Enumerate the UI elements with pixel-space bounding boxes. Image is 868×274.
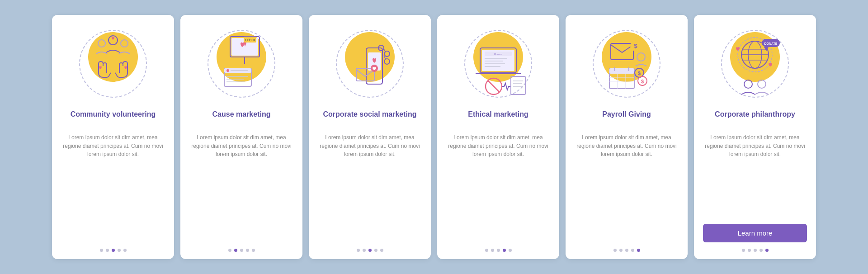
svg-point-63	[744, 80, 752, 88]
dot-4-5	[509, 249, 512, 252]
card-payroll-giving: $ $ $ Payroll Giving	[566, 15, 688, 259]
dots-row-2	[228, 249, 255, 252]
dot-1-5	[123, 249, 127, 252]
dot-1-1	[100, 249, 103, 252]
dot-1-4	[118, 249, 121, 252]
card-title-community-volunteering: Community volunteering	[71, 110, 156, 129]
dot-6-5	[765, 249, 769, 252]
dot-1-3	[112, 249, 115, 252]
learn-more-button[interactable]: Learn more	[703, 224, 807, 242]
illustration-corporate-philanthropy: DONATE	[719, 23, 791, 104]
dot-2-5	[252, 249, 255, 252]
dot-6-4	[760, 249, 763, 252]
card-ethical-marketing: Forum Ethical marketing Lorem ipsum dolo…	[437, 15, 559, 259]
dot-3-3	[368, 249, 372, 252]
card-title-payroll-giving: Payroll Giving	[602, 110, 651, 129]
dot-5-2	[619, 249, 623, 252]
dots-row-5	[613, 249, 640, 252]
svg-point-20	[384, 59, 390, 64]
card-title-cause-marketing: Cause marketing	[212, 110, 271, 129]
svg-point-2	[121, 40, 128, 47]
illustration-payroll-giving: $ $ $	[590, 23, 663, 104]
dots-row-6	[742, 249, 769, 252]
card-text-payroll-giving: Lorem ipsum dolor sit dim amet, mea regi…	[575, 133, 679, 242]
card-text-community-volunteering: Lorem ipsum dolor sit dim amet, mea regi…	[61, 133, 165, 242]
svg-text:DONATE: DONATE	[764, 42, 777, 45]
dot-2-1	[228, 249, 231, 252]
dot-5-5	[637, 249, 640, 252]
dots-row-4	[485, 249, 512, 252]
dot-2-2	[234, 249, 237, 252]
dot-2-3	[240, 249, 243, 252]
dot-5-3	[625, 249, 628, 252]
dot-5-1	[613, 249, 617, 252]
illustration-community-volunteering	[77, 23, 149, 104]
dot-3-4	[374, 249, 377, 252]
card-corporate-philanthropy: DONATE Corporate philanthropy Lorem ipsu…	[694, 15, 816, 259]
dot-4-4	[503, 249, 506, 252]
dot-4-1	[485, 249, 488, 252]
dot-4-3	[497, 249, 500, 252]
card-title-ethical-marketing: Ethical marketing	[468, 110, 528, 129]
dot-3-2	[363, 249, 366, 252]
illustration-cause-marketing: FLYER	[205, 23, 278, 104]
card-text-cause-marketing: Lorem ipsum dolor sit dim amet, mea regi…	[189, 133, 293, 242]
dot-1-2	[106, 249, 109, 252]
svg-rect-34	[511, 76, 525, 94]
card-corporate-social-marketing: Corporate social marketing Lorem ipsum d…	[309, 15, 431, 259]
dot-6-3	[754, 249, 757, 252]
dot-2-4	[246, 249, 249, 252]
dots-row-1	[100, 249, 127, 252]
svg-text:Forum: Forum	[494, 53, 502, 56]
svg-point-1	[98, 40, 105, 47]
svg-point-53	[637, 53, 645, 61]
cards-container: Community volunteering Lorem ipsum dolor…	[38, 2, 830, 272]
svg-text:$: $	[638, 71, 641, 76]
card-text-corporate-social-marketing: Lorem ipsum dolor sit dim amet, mea regi…	[318, 133, 422, 242]
svg-point-64	[758, 80, 766, 88]
illustration-ethical-marketing: Forum	[462, 23, 534, 104]
dot-3-5	[380, 249, 383, 252]
svg-text:FLYER: FLYER	[245, 38, 255, 42]
dot-6-2	[748, 249, 751, 252]
card-text-corporate-philanthropy: Lorem ipsum dolor sit dim amet, mea regi…	[703, 133, 807, 218]
svg-rect-38	[611, 43, 633, 60]
dots-row-3	[357, 249, 383, 252]
card-community-volunteering: Community volunteering Lorem ipsum dolor…	[52, 15, 174, 259]
card-title-corporate-philanthropy: Corporate philanthropy	[715, 110, 795, 129]
illustration-corporate-social-marketing	[334, 23, 406, 104]
dot-4-2	[491, 249, 494, 252]
card-cause-marketing: FLYER Cause marketing Lorem ipsum dolor …	[180, 15, 302, 259]
dot-3-1	[357, 249, 360, 252]
svg-point-10	[226, 69, 229, 72]
svg-rect-42	[609, 68, 634, 74]
svg-text:$: $	[641, 79, 644, 84]
card-title-corporate-social-marketing: Corporate social marketing	[323, 110, 416, 129]
card-text-ethical-marketing: Lorem ipsum dolor sit dim amet, mea regi…	[446, 133, 550, 242]
dot-6-1	[742, 249, 745, 252]
svg-line-33	[488, 80, 500, 92]
dot-5-4	[631, 249, 634, 252]
svg-text:$: $	[634, 43, 637, 49]
